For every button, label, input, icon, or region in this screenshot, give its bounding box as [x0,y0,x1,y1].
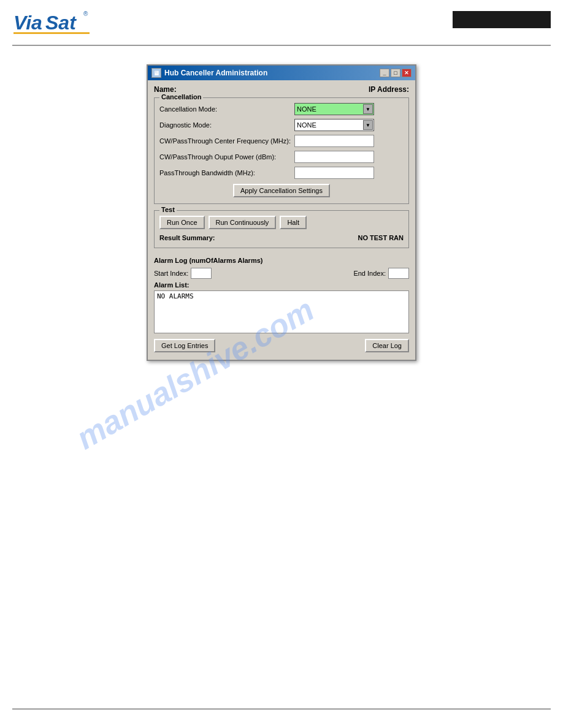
diagnostic-mode-row: Diagnostic Mode: NONE ▼ [159,119,404,131]
alarm-buttons-row: Get Log Entries Clear Log [154,339,409,352]
start-index-group: Start Index: [154,268,212,279]
alarm-list-textarea[interactable]: NO ALARMS [154,290,409,333]
titlebar-left: 🖥 Hub Canceller Administration [151,68,267,78]
cw-power-input[interactable] [294,151,374,163]
result-summary-value: NO TEST RAN [358,234,404,241]
cancellation-mode-row: Cancellation Mode: NONE ▼ [159,103,404,115]
name-label: Name: [154,85,177,94]
name-ip-row: Name: IP Address: [154,85,409,94]
page-header: Via Sat ® [0,0,563,40]
run-continuously-button[interactable]: Run Continuously [209,216,277,229]
logo: Via Sat ® [12,6,92,40]
cancellation-mode-label: Cancellation Mode: [159,105,294,113]
window-content: Name: IP Address: Cancellation Cancellat… [148,80,415,360]
cw-freq-label: CW/PassThrough Center Frequency (MHz): [159,137,294,145]
svg-text:Via: Via [13,12,42,34]
cancellation-group: Cancellation Cancellation Mode: NONE ▼ D… [154,97,409,204]
test-group: Test Run Once Run Continuously Halt Resu… [154,210,409,248]
apply-cancellation-button[interactable]: Apply Cancellation Settings [233,184,330,197]
cw-freq-input[interactable] [294,135,374,147]
cw-power-label: CW/PassThrough Ouput Power (dBm): [159,153,294,161]
header-black-bar [453,11,551,28]
footer-divider [12,708,551,710]
alarm-log-section: Alarm Log (numOfAlarms Alarms) Start Ind… [154,254,409,355]
end-index-group: End Index: [353,268,409,279]
ip-label: IP Address: [369,85,409,94]
passthrough-bw-row: PassThrough Bandwidth (MHz): [159,167,404,179]
start-index-input[interactable] [191,268,212,279]
passthrough-bw-input[interactable] [294,167,374,179]
cw-freq-row: CW/PassThrough Center Frequency (MHz): [159,135,404,147]
end-index-label: End Index: [353,270,386,277]
run-once-button[interactable]: Run Once [159,216,205,229]
maximize-button[interactable]: □ [391,69,400,77]
window-title: Hub Canceller Administration [164,69,267,77]
cancellation-mode-select[interactable]: NONE [294,103,374,115]
result-summary-row: Result Summary: NO TEST RAN [159,234,404,241]
close-button[interactable]: ✕ [402,69,412,77]
test-group-label: Test [159,206,177,213]
svg-text:®: ® [83,10,88,17]
alarm-index-row: Start Index: End Index: [154,268,409,279]
diagnostic-mode-select-wrapper[interactable]: NONE ▼ [294,119,374,131]
apply-btn-row: Apply Cancellation Settings [159,184,404,197]
test-buttons-row: Run Once Run Continuously Halt [159,216,404,229]
window-titlebar: 🖥 Hub Canceller Administration _ □ ✕ [148,66,415,80]
cw-power-row: CW/PassThrough Ouput Power (dBm): [159,151,404,163]
hub-canceller-window: 🖥 Hub Canceller Administration _ □ ✕ Nam… [147,64,416,361]
halt-button[interactable]: Halt [280,216,307,229]
titlebar-buttons[interactable]: _ □ ✕ [380,69,412,77]
alarm-log-header: Alarm Log (numOfAlarms Alarms) [154,257,409,264]
svg-text:Sat: Sat [45,12,77,34]
start-index-label: Start Index: [154,270,188,277]
result-summary-label: Result Summary: [159,234,215,241]
clear-log-button[interactable]: Clear Log [365,339,409,352]
cancellation-group-label: Cancellation [159,93,203,100]
cancellation-mode-select-wrapper[interactable]: NONE ▼ [294,103,374,115]
get-log-entries-button[interactable]: Get Log Entries [154,339,215,352]
diagnostic-mode-label: Diagnostic Mode: [159,121,294,129]
passthrough-bw-label: PassThrough Bandwidth (MHz): [159,169,294,176]
end-index-input[interactable] [388,268,409,279]
page-body: 🖥 Hub Canceller Administration _ □ ✕ Nam… [0,46,563,379]
minimize-button[interactable]: _ [380,69,389,77]
alarm-list-label: Alarm List: [154,281,409,289]
window-icon: 🖥 [151,68,161,78]
diagnostic-mode-select[interactable]: NONE [294,119,374,131]
